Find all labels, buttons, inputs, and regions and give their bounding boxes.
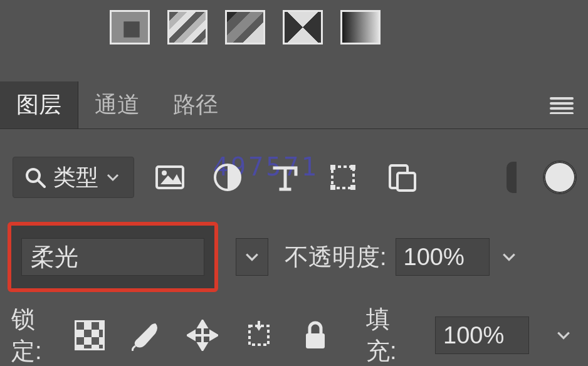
- swatch-solid-icon[interactable]: [110, 10, 150, 44]
- opacity-value: 100%: [404, 244, 465, 271]
- filter-adjustment-icon[interactable]: [212, 162, 243, 193]
- opacity-chevron[interactable]: [492, 238, 527, 276]
- filter-shape-icon[interactable]: [327, 162, 359, 193]
- svg-point-8: [162, 170, 167, 175]
- blend-row: 柔光 不透明度: 100%: [0, 217, 588, 297]
- layer-filter-row: 类型: [0, 153, 588, 202]
- fill-value: 100%: [443, 322, 504, 349]
- svg-rect-13: [330, 185, 335, 190]
- panel-menu-icon[interactable]: [535, 81, 588, 128]
- filter-kind-dropdown[interactable]: 类型: [13, 157, 134, 198]
- filter-smart-icon[interactable]: [385, 162, 416, 193]
- opacity-label: 不透明度:: [285, 241, 387, 273]
- lock-label: 锁定:: [11, 303, 53, 366]
- swatch-angle-icon[interactable]: [283, 10, 323, 44]
- svg-marker-21: [188, 332, 194, 339]
- search-icon: [24, 167, 46, 188]
- svg-rect-16: [397, 173, 415, 191]
- adjustment-swatch-row: [110, 10, 381, 44]
- tabs-spacer: [235, 81, 535, 128]
- swatch-jagged-icon[interactable]: [225, 10, 265, 44]
- chevron-down-icon: [501, 249, 517, 264]
- svg-rect-12: [350, 165, 355, 170]
- lock-artboard-icon[interactable]: [243, 320, 275, 351]
- svg-line-5: [38, 180, 45, 187]
- blend-mode-dropdown[interactable]: 柔光: [21, 238, 204, 276]
- chevron-down-icon: [244, 249, 260, 264]
- chevron-down-icon: [556, 328, 571, 343]
- filter-toggle-track: [507, 162, 517, 193]
- blend-mode-chevron[interactable]: [236, 238, 268, 276]
- svg-marker-20: [199, 343, 206, 350]
- tab-channels[interactable]: 通道: [78, 81, 157, 128]
- swatch-gradient-icon[interactable]: [340, 10, 381, 44]
- svg-rect-14: [350, 185, 355, 190]
- blend-mode-value: 柔光: [31, 241, 78, 273]
- fill-chevron[interactable]: [550, 316, 577, 354]
- filter-type-icons: [154, 162, 416, 193]
- filter-kind-label: 类型: [53, 162, 98, 193]
- filter-type-text-icon[interactable]: [270, 162, 301, 193]
- lock-position-move-icon[interactable]: [187, 320, 218, 351]
- fill-label: 填充:: [366, 303, 407, 366]
- tab-layers[interactable]: 图层: [0, 81, 78, 128]
- lock-pixels-brush-icon[interactable]: [130, 320, 162, 351]
- lock-all-icon[interactable]: [300, 320, 331, 351]
- fill-field[interactable]: 100%: [435, 316, 529, 354]
- lock-icons: [74, 320, 331, 351]
- svg-marker-7: [160, 174, 182, 184]
- filter-pixel-icon[interactable]: [154, 162, 186, 193]
- opacity-field[interactable]: 100%: [396, 238, 490, 276]
- svg-marker-25: [256, 326, 262, 331]
- svg-marker-19: [199, 321, 206, 327]
- swatch-stripes-icon[interactable]: [167, 10, 207, 44]
- blend-mode-highlight: 柔光: [8, 222, 218, 292]
- svg-rect-11: [330, 165, 335, 170]
- panel-tabs: 图层 通道 路径: [0, 81, 588, 129]
- filter-toggle[interactable]: [544, 162, 575, 193]
- chevron-down-icon: [106, 170, 120, 184]
- lock-row: 锁定: 填充: 100%: [0, 307, 588, 363]
- lock-transparency-icon[interactable]: [74, 320, 105, 351]
- svg-rect-26: [306, 333, 325, 348]
- svg-marker-22: [211, 332, 217, 339]
- svg-rect-10: [332, 167, 354, 188]
- tab-paths[interactable]: 路径: [157, 81, 235, 128]
